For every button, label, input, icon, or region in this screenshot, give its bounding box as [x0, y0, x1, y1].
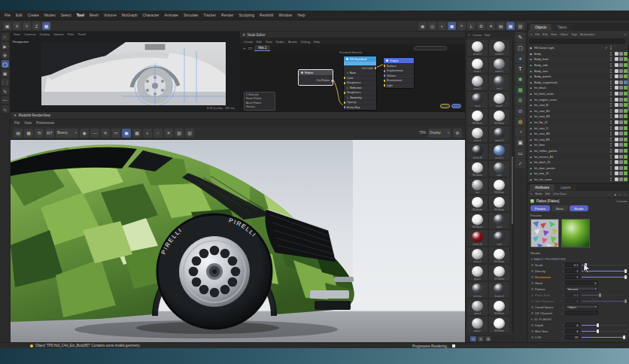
material-thumbnail[interactable]: chrome.2 [488, 281, 510, 299]
menu-item[interactable]: Volume [104, 13, 117, 17]
visibility-dots[interactable] [610, 80, 612, 84]
uv-tag[interactable] [619, 74, 623, 78]
material-menu-item[interactable]: Edit [485, 33, 490, 37]
material-tag[interactable] [615, 69, 618, 73]
material-thumbnail[interactable]: tire.a [466, 91, 488, 108]
renderview-tool-icon[interactable]: — [90, 129, 99, 138]
uv-tag[interactable] [619, 143, 623, 147]
toolbar-icon[interactable]: ◉ [418, 22, 427, 30]
node-editor-menu-item[interactable]: View [266, 40, 272, 44]
reset-icon[interactable]: ○ [562, 269, 564, 273]
object-name[interactable]: Body_suspension [534, 80, 603, 84]
menu-item[interactable]: Edit [16, 13, 23, 17]
section-header[interactable]: BASIC PROPERTIES [527, 256, 629, 262]
toolbar-icon[interactable]: ▣ [448, 22, 456, 30]
reset-icon[interactable]: ○ [562, 305, 564, 309]
object-tags[interactable] [615, 120, 627, 124]
animation-dot[interactable] [531, 282, 533, 284]
menu-item[interactable]: Character [143, 13, 160, 17]
object-tags[interactable] [615, 98, 627, 102]
port-dot[interactable] [343, 86, 345, 89]
section-pill[interactable]: Basic [552, 205, 568, 211]
renderview-tool-icon[interactable]: ▩ [132, 129, 141, 138]
material-thumbnail[interactable]: car.05.2 [488, 143, 510, 160]
animation-dot[interactable] [531, 276, 533, 278]
flakes-preview[interactable] [530, 219, 559, 247]
renderview-tool-icon[interactable]: ✕ [164, 129, 173, 138]
object-row[interactable]: ▲ Int_shifter_gantra [527, 148, 629, 154]
material-thumbnail[interactable]: grey.2 [466, 316, 488, 333]
menu-item[interactable]: Redshift [260, 13, 273, 17]
object-tags[interactable] [615, 143, 627, 147]
object-name[interactable]: Int_seat_B2 [534, 109, 603, 113]
attribute-menu-item[interactable]: Edit [545, 193, 551, 196]
menu-item[interactable]: File [5, 13, 11, 17]
object-name[interactable]: Int_seat_3 [534, 126, 603, 130]
menu-item[interactable]: Help [297, 13, 305, 17]
object-name[interactable]: Int_seat_B4 [534, 132, 603, 135]
object-row[interactable]: ▲ Int_engine_cover [527, 96, 629, 102]
reset-icon[interactable]: ○ [562, 323, 564, 327]
object-row[interactable]: ▲ Body_rear [527, 68, 629, 74]
node-search-input[interactable] [414, 46, 447, 50]
visibility-dots[interactable] [610, 120, 612, 124]
port-dot[interactable] [343, 77, 345, 79]
material-tag[interactable] [615, 103, 618, 107]
viewport-menu-item[interactable]: Cameras [24, 32, 36, 36]
visibility-dots[interactable] [610, 69, 612, 73]
material-tag[interactable] [615, 166, 618, 170]
object-name[interactable]: Int_door_panels [534, 166, 603, 170]
uv-tag[interactable] [619, 86, 623, 89]
object-check[interactable]: ✓ [604, 46, 609, 50]
mode-icon[interactable]: — [2, 96, 9, 104]
material-thumbnail[interactable]: grey.1 [466, 264, 488, 281]
menu-item[interactable]: Create [28, 13, 39, 17]
object-row[interactable]: ▲ Int_floor [527, 142, 629, 148]
material-thumbnail[interactable]: RS Matte [488, 108, 510, 126]
material-thumbnail[interactable]: RS Matte [488, 299, 510, 316]
object-tags[interactable] [615, 166, 627, 170]
uv-tag[interactable] [619, 57, 623, 61]
panel-menu-icon[interactable]: ≡ [530, 33, 532, 36]
reset-icon[interactable]: ○ [562, 299, 564, 303]
visibility-dots[interactable] [610, 126, 612, 130]
material-thumbnail[interactable]: RS Matte [488, 316, 510, 333]
flakes-node[interactable]: Flakes Out Flakes [298, 69, 333, 86]
palette-icon[interactable]: ⊘ [515, 106, 525, 116]
palette-icon[interactable]: ▢ [515, 43, 525, 53]
material-thumbnail[interactable]: alum5.R [466, 229, 488, 247]
parameter-value[interactable]: 4 [565, 329, 580, 333]
visibility-dots[interactable] [610, 149, 612, 153]
object-tags[interactable] [615, 177, 627, 181]
material-tag[interactable] [615, 52, 618, 56]
material-thumbnail[interactable]: tire [466, 177, 488, 195]
renderview-menu-item[interactable]: Preferences [36, 121, 54, 125]
object-row[interactable]: ▲ Int_seat_3 [527, 125, 629, 131]
port-dot[interactable] [383, 65, 385, 67]
slider-knob[interactable] [624, 275, 627, 279]
object-tags[interactable] [615, 171, 627, 175]
node-port-row[interactable]: Light [384, 83, 414, 88]
visibility-dots[interactable] [610, 160, 612, 164]
object-tags[interactable] [615, 63, 627, 67]
uv-tag[interactable] [619, 171, 623, 175]
material-thumbnail[interactable]: tire.2 [488, 212, 510, 229]
object-row[interactable]: ▲ Body_panels [527, 74, 629, 80]
toolbar-icon[interactable]: Y [23, 22, 31, 30]
object-name[interactable]: RS Dome Light [534, 46, 603, 50]
port-dot[interactable] [383, 74, 385, 77]
object-name[interactable]: Int_front_seats [534, 92, 603, 96]
material-thumbnail[interactable]: tire3 [488, 229, 510, 247]
panel-menu-icon[interactable]: ≡ [530, 193, 532, 196]
zoom-level[interactable]: 75% [419, 131, 426, 135]
visibility-dots[interactable] [610, 92, 612, 96]
port-dot[interactable] [343, 106, 345, 108]
parameter-value[interactable]: 15 [565, 335, 580, 339]
toolbar-icon[interactable]: L [467, 22, 476, 30]
node-canvas[interactable]: Standard Material Flakes Out Flakes [240, 51, 466, 111]
parameter-value[interactable] [565, 311, 598, 315]
back-icon[interactable]: ← [608, 193, 612, 196]
menu-item[interactable]: Render [221, 13, 233, 17]
material-tag[interactable] [615, 98, 618, 102]
object-menu-item[interactable]: View [551, 33, 557, 36]
